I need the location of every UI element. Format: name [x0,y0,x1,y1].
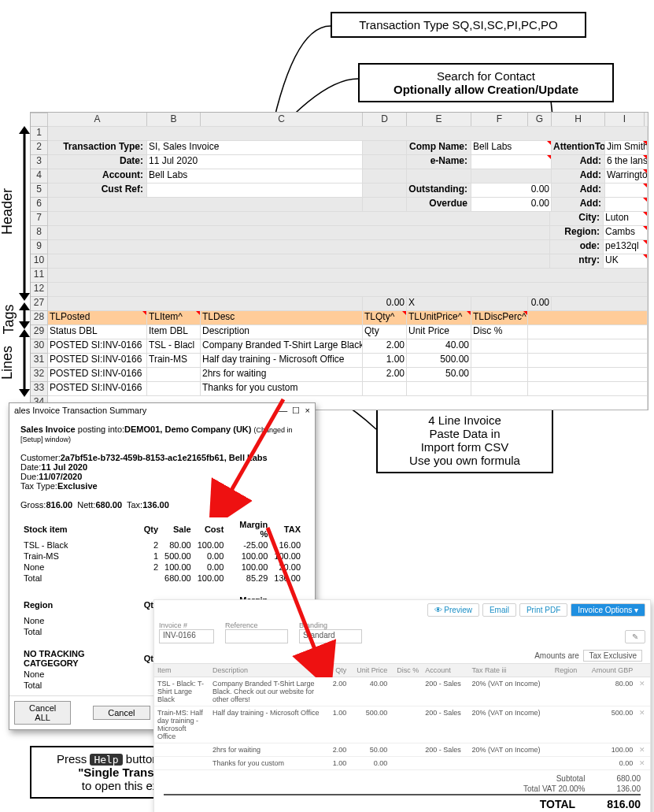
cell[interactable]: 0.00 [363,296,407,310]
cell[interactable]: 1.00 [363,353,407,367]
tag-posted[interactable]: TLPosted [48,310,147,324]
val-attn[interactable]: Jim Smith [605,140,648,154]
row-27[interactable]: 27 [31,296,48,310]
tax-exclusive-select[interactable]: Tax Exclusive [583,650,642,662]
cell[interactable]: 0.00 [528,296,552,310]
cell[interactable]: Half day training - Microsoft Office [201,353,363,367]
hd-status[interactable]: Status DBL [48,324,147,339]
tag-disc[interactable]: TLDiscPerc^ [471,310,528,324]
max-icon[interactable]: ☐ [292,406,300,415]
hd-item[interactable]: Item DBL [147,324,201,339]
tag-item[interactable]: TLItem^ [147,310,201,324]
cell[interactable] [471,381,528,395]
val-postcode[interactable]: pe132ql [604,239,648,254]
col-D[interactable]: D [363,113,407,126]
cancel-button[interactable]: Cancel [93,706,150,720]
cell[interactable] [407,381,471,395]
val-ename[interactable] [471,154,552,169]
hd-qty[interactable]: Qty [363,324,407,339]
close-icon[interactable]: × [305,406,310,415]
val-add3[interactable] [605,183,648,197]
cell[interactable]: 50.00 [407,367,471,381]
val-date[interactable]: 11 Jul 2020 [147,154,363,169]
col-E[interactable]: E [407,113,471,126]
val-country[interactable]: UK [604,254,648,268]
val-compname[interactable]: Bell Labs [471,140,552,154]
hd-disc[interactable]: Disc % [471,324,528,339]
tag-qty[interactable]: TLQty^ [363,310,407,324]
col-H[interactable]: H [552,113,605,126]
cell[interactable]: POSTED SI:INV-0166 [48,339,147,353]
val-overdue[interactable]: 0.00 [471,197,552,211]
col-I[interactable]: I [605,113,645,126]
cell[interactable] [363,381,407,395]
row[interactable]: 30 [31,339,48,353]
lbl-add2: Add: [552,169,605,183]
help-key: Help [90,754,122,766]
cell[interactable]: Train-MS [147,353,201,367]
row[interactable]: 32 [31,367,48,381]
cell[interactable] [471,339,528,353]
hd-up[interactable]: Unit Price [407,324,471,339]
row-28[interactable]: 28 [31,310,48,324]
text: 4 Line Invoice [389,413,541,427]
row[interactable]: 31 [31,353,48,367]
val-outstanding[interactable]: 0.00 [471,183,552,197]
tag-desc[interactable]: TLDesc [201,310,363,324]
row-3[interactable]: 3 [31,154,48,169]
label-tags: Tags [1,304,17,334]
invoice-number-input[interactable]: INV-0166 [159,629,214,643]
cell[interactable]: 40.00 [407,339,471,353]
col-A[interactable]: A [48,113,147,126]
cell[interactable]: POSTED SI:INV-0166 [48,367,147,381]
row-6[interactable]: 6 [31,197,48,211]
row-8[interactable]: 8 [31,225,48,239]
cell[interactable]: TSL - Blacl [147,339,201,353]
preview-button[interactable]: 👁 Preview [427,603,479,617]
cell[interactable]: POSTED SI:INV-0166 [48,353,147,367]
row-9[interactable]: 9 [31,239,48,254]
cell[interactable] [471,367,528,381]
row-11[interactable]: 11 [31,268,48,282]
row-12[interactable]: 12 [31,282,48,296]
row-7[interactable]: 7 [31,211,48,225]
val-add2[interactable]: Warrington [605,169,648,183]
email-button[interactable]: Email [482,603,516,617]
cell[interactable] [147,381,201,395]
row-29[interactable]: 29 [31,324,48,339]
cell[interactable]: POSTED SI:INV-0166 [48,381,147,395]
cell[interactable]: X [407,296,471,310]
col-B[interactable]: B [147,113,201,126]
row-10[interactable]: 10 [31,254,48,268]
row[interactable]: 33 [31,381,48,395]
row-4[interactable]: 4 [31,169,48,183]
col-F[interactable]: F [471,113,528,126]
tag-unitprice[interactable]: TLUnitPrice^ [407,310,471,324]
row-5[interactable]: 5 [31,183,48,197]
val-city[interactable]: Luton [604,211,648,225]
row-2[interactable]: 2 [31,140,48,154]
col-C[interactable]: C [201,113,363,126]
cancel-all-button[interactable]: Cancel ALL [14,701,71,725]
cell[interactable] [471,353,528,367]
invoice-options-button[interactable]: Invoice Options ▾ [571,603,645,617]
cell[interactable] [147,367,201,381]
cell[interactable]: 500.00 [407,353,471,367]
xero-lines-table: ItemDescriptionQtyUnit PriceDisc %Accoun… [154,663,650,770]
val-account[interactable]: Bell Labs [147,169,363,183]
val-add1[interactable]: 6 the lans [605,154,648,169]
edit-icon[interactable]: ✎ [625,630,645,643]
cell[interactable]: 2.00 [363,339,407,353]
val-custref[interactable] [147,183,363,197]
row-1[interactable]: 1 [31,126,48,140]
val-transaction-type[interactable]: SI, Sales Invoice [147,140,363,154]
cell[interactable]: 2hrs for waiting [201,367,363,381]
cell[interactable]: 2.00 [363,367,407,381]
print-pdf-button[interactable]: Print PDF [519,603,567,617]
val-region[interactable]: Cambs [604,225,648,239]
col-G[interactable]: G [528,113,552,126]
arrowbar-lines [19,329,30,397]
hd-desc[interactable]: Description [201,324,363,339]
val-add4[interactable] [605,197,648,211]
cell[interactable]: Company Branded T-Shirt Large Black. [201,339,363,353]
